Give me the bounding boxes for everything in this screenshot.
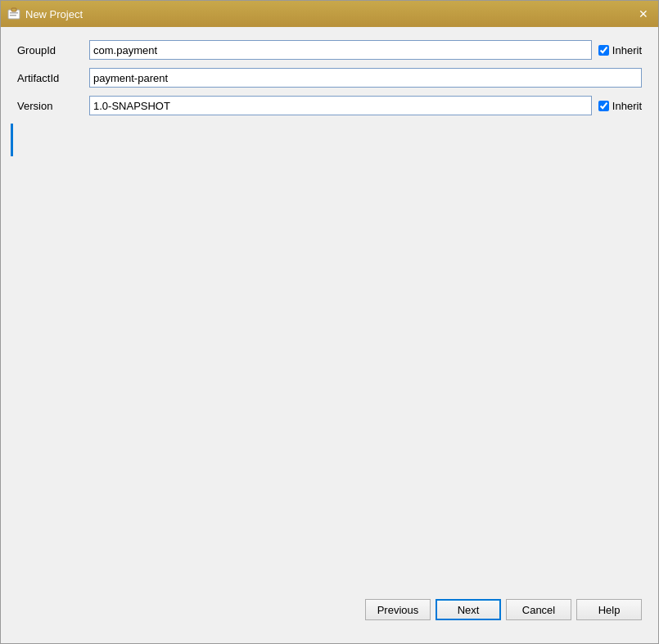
button-bar: Previous Next Cancel Help [17, 591, 642, 630]
dialog-content: GroupId Inherit ArtifactId Version Inher… [1, 27, 658, 643]
artifactid-row: ArtifactId [17, 68, 642, 88]
groupid-label: GroupId [17, 44, 83, 56]
version-inherit-checkbox[interactable] [598, 101, 609, 111]
window-title: New Project [25, 8, 83, 20]
title-bar: New Project ✕ [1, 1, 658, 27]
svg-rect-1 [11, 8, 16, 11]
groupid-inherit-label: Inherit [612, 44, 642, 56]
cancel-button[interactable]: Cancel [506, 599, 571, 620]
groupid-inherit-checkbox[interactable] [598, 45, 609, 56]
help-button[interactable]: Help [576, 599, 642, 620]
left-accent [11, 124, 13, 156]
version-input[interactable] [89, 96, 592, 115]
artifactid-input[interactable] [89, 68, 642, 88]
artifactid-label: ArtifactId [17, 72, 83, 84]
title-bar-left: New Project [7, 7, 83, 20]
groupid-inherit-group: Inherit [598, 44, 642, 56]
previous-button[interactable]: Previous [365, 599, 431, 620]
groupid-row: GroupId Inherit [17, 40, 642, 60]
dialog-window: New Project ✕ GroupId Inherit ArtifactId [0, 0, 659, 644]
next-button[interactable]: Next [436, 599, 501, 620]
groupid-input[interactable] [89, 40, 592, 60]
version-row: Version Inherit [17, 96, 642, 115]
version-label: Version [17, 100, 83, 112]
main-area [17, 115, 642, 591]
svg-rect-2 [10, 12, 18, 14]
project-icon [7, 7, 20, 20]
svg-rect-3 [10, 15, 16, 16]
version-inherit-group: Inherit [598, 100, 642, 112]
version-inherit-label: Inherit [612, 100, 642, 112]
form-area: GroupId Inherit ArtifactId Version Inher… [17, 40, 642, 115]
close-button[interactable]: ✕ [635, 6, 652, 22]
